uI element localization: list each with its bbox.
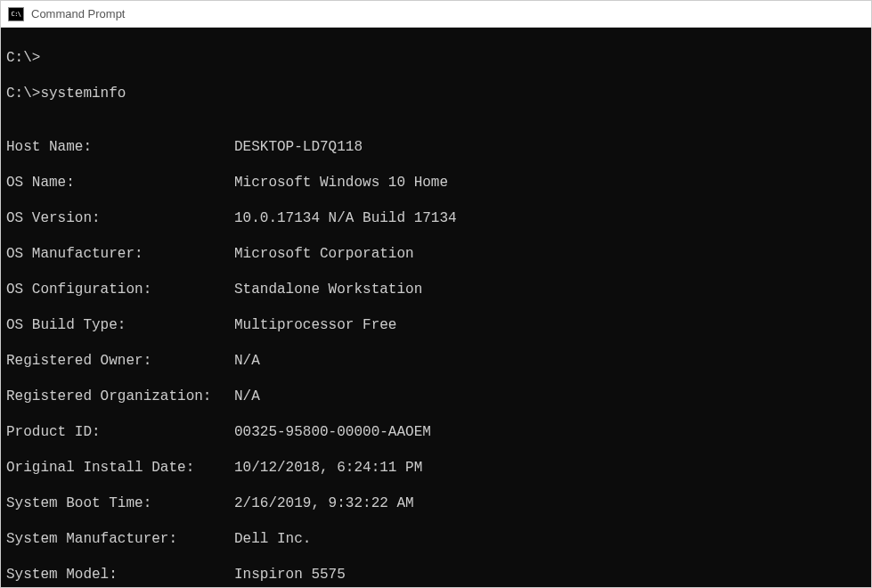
info-label: OS Name: [6,174,234,192]
info-registered-owner: Registered Owner:N/A [6,352,866,370]
info-value: 00325-95800-00000-AAOEM [234,423,431,441]
info-product-id: Product ID:00325-95800-00000-AAOEM [6,423,866,441]
info-value: N/A [234,352,260,370]
command-line: C:\>systeminfo [6,85,866,102]
info-label: OS Version: [6,209,234,227]
info-boot-time: System Boot Time:2/16/2019, 9:32:22 AM [6,494,866,512]
info-label: Host Name: [6,138,234,156]
info-label: Product ID: [6,423,234,441]
info-label: OS Build Type: [6,316,234,334]
info-value: Inspiron 5575 [234,566,346,584]
terminal-area[interactable]: C:\> C:\>systeminfo Host Name:DESKTOP-LD… [1,28,871,587]
info-value: 10.0.17134 N/A Build 17134 [234,209,457,227]
window-title: Command Prompt [31,7,125,20]
info-system-manufacturer: System Manufacturer:Dell Inc. [6,530,866,548]
info-os-version: OS Version:10.0.17134 N/A Build 17134 [6,209,866,227]
info-os-configuration: OS Configuration:Standalone Workstation [6,281,866,298]
info-label: System Model: [6,566,234,584]
cmd-icon [8,7,24,21]
info-os-name: OS Name:Microsoft Windows 10 Home [6,174,866,192]
title-bar[interactable]: Command Prompt [1,1,871,28]
info-os-build-type: OS Build Type:Multiprocessor Free [6,316,866,334]
info-value: Microsoft Corporation [234,245,414,263]
info-label: OS Configuration: [6,281,234,298]
info-install-date: Original Install Date:10/12/2018, 6:24:1… [6,459,866,477]
info-value: Standalone Workstation [234,281,422,298]
info-value: Microsoft Windows 10 Home [234,174,448,192]
info-os-manufacturer: OS Manufacturer:Microsoft Corporation [6,245,866,263]
info-label: Registered Organization: [6,388,234,405]
info-value: DESKTOP-LD7Q118 [234,138,363,156]
prompt-line: C:\> [6,49,866,67]
command-prompt-window: Command Prompt C:\> C:\>systeminfo Host … [0,0,872,588]
info-registered-organization: Registered Organization:N/A [6,388,866,405]
info-value: Dell Inc. [234,530,311,548]
info-label: OS Manufacturer: [6,245,234,263]
info-system-model: System Model:Inspiron 5575 [6,566,866,584]
info-label: System Manufacturer: [6,530,234,548]
info-value: N/A [234,388,260,405]
info-label: Original Install Date: [6,459,234,477]
info-host-name: Host Name:DESKTOP-LD7Q118 [6,138,866,156]
info-value: 10/12/2018, 6:24:11 PM [234,459,422,477]
info-label: Registered Owner: [6,352,234,370]
info-value: 2/16/2019, 9:32:22 AM [234,494,414,512]
info-label: System Boot Time: [6,494,234,512]
info-value: Multiprocessor Free [234,316,396,334]
